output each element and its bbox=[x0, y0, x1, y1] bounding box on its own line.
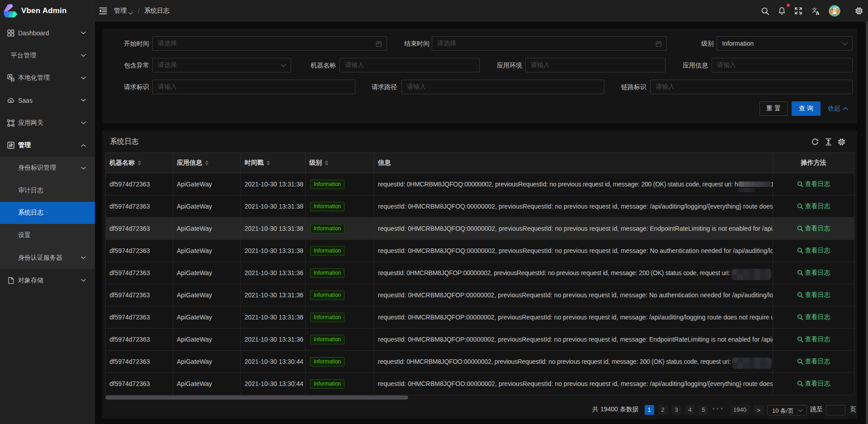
svg-text:A: A bbox=[816, 10, 820, 16]
